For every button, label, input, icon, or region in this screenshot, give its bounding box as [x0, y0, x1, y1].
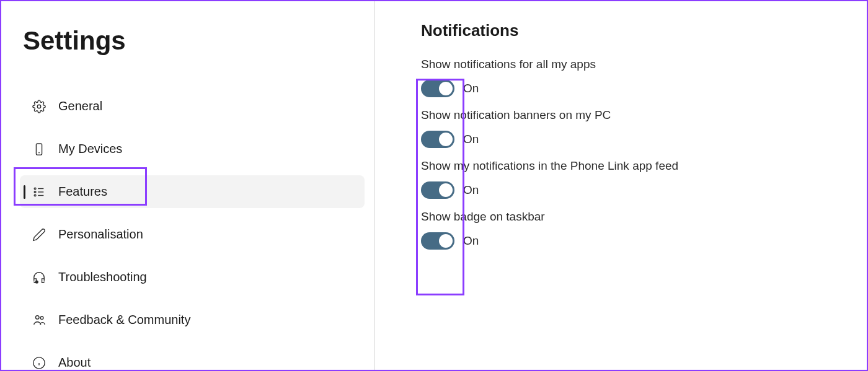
sidebar-item-troubleshooting[interactable]: Troubleshooting: [20, 261, 365, 294]
svg-point-4: [34, 191, 36, 193]
sidebar-item-about[interactable]: About: [20, 346, 365, 371]
toggle-state-text: On: [463, 133, 479, 146]
toggle-row: On: [421, 232, 867, 250]
sidebar-item-label: My Devices: [58, 142, 122, 156]
section-title: Notifications: [421, 21, 867, 40]
setting-show-banners: Show notification banners on my PC On: [421, 108, 867, 148]
sidebar-item-personalisation[interactable]: Personalisation: [20, 218, 365, 251]
toggle-row: On: [421, 181, 867, 199]
list-icon: [32, 185, 46, 199]
sidebar-item-features[interactable]: Features: [20, 175, 365, 208]
svg-rect-1: [36, 143, 42, 154]
setting-label: Show my notifications in the Phone Link …: [421, 159, 867, 173]
toggle-switch[interactable]: [421, 131, 454, 148]
phone-icon: [32, 142, 46, 156]
toggle-row: On: [421, 131, 867, 148]
page-title: Settings: [23, 26, 365, 56]
toggle-switch[interactable]: [421, 181, 454, 199]
sidebar-item-label: Features: [58, 185, 107, 199]
setting-label: Show notifications for all my apps: [421, 58, 867, 71]
toggle-switch[interactable]: [421, 80, 454, 97]
gear-icon: [32, 100, 46, 113]
svg-point-10: [36, 315, 40, 319]
svg-point-11: [40, 316, 43, 320]
toggle-state-text: On: [463, 234, 479, 248]
svg-point-3: [34, 188, 36, 190]
info-icon: [32, 356, 46, 370]
svg-point-9: [36, 281, 38, 283]
sidebar-item-my-devices[interactable]: My Devices: [20, 133, 365, 165]
toggle-state-text: On: [463, 183, 479, 197]
pen-icon: [32, 228, 46, 242]
toggle-state-text: On: [463, 82, 479, 95]
setting-label: Show badge on taskbar: [421, 210, 867, 224]
sidebar-item-general[interactable]: General: [20, 90, 365, 123]
sidebar-item-label: General: [58, 99, 102, 113]
settings-sidebar: Settings General My Devices Features Per…: [1, 1, 374, 370]
sidebar-item-label: Troubleshooting: [58, 270, 147, 284]
people-icon: [32, 313, 46, 327]
sidebar-item-label: Personalisation: [58, 227, 143, 242]
headset-icon: [32, 271, 46, 284]
sidebar-item-feedback-community[interactable]: Feedback & Community: [20, 303, 365, 336]
setting-show-badge-taskbar: Show badge on taskbar On: [421, 210, 867, 250]
svg-point-0: [37, 105, 41, 108]
sidebar-item-label: About: [58, 356, 91, 370]
main-content: Notifications Show notifications for all…: [374, 1, 867, 370]
toggle-row: On: [421, 80, 867, 97]
sidebar-item-label: Feedback & Community: [58, 313, 190, 327]
setting-show-notifications-all-apps: Show notifications for all my apps On: [421, 58, 867, 97]
setting-show-in-feed: Show my notifications in the Phone Link …: [421, 159, 867, 199]
svg-point-5: [34, 194, 36, 196]
toggle-switch[interactable]: [421, 232, 454, 250]
setting-label: Show notification banners on my PC: [421, 108, 867, 122]
